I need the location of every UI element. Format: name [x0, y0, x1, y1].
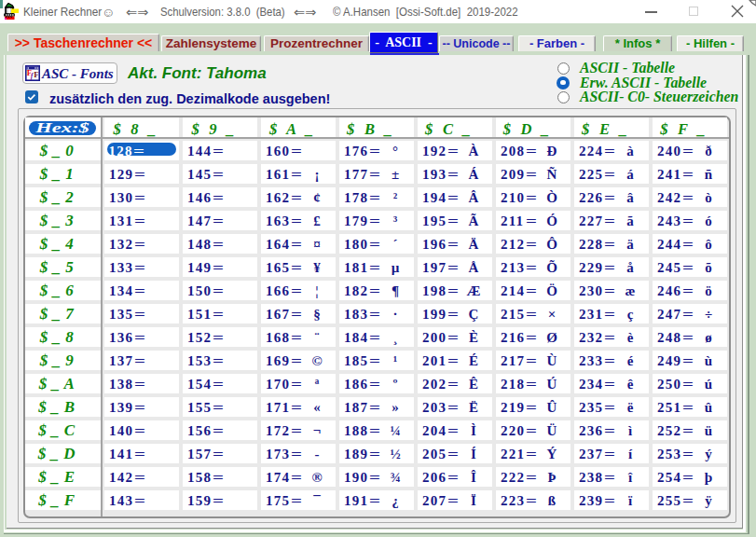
svg-text:F: F [34, 70, 39, 79]
